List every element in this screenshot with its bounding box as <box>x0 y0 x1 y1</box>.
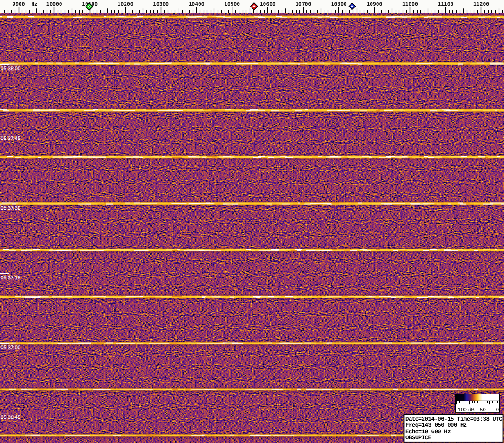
svg-text:Echo=10 600 Hz: Echo=10 600 Hz <box>405 429 451 435</box>
svg-text:-100 dB: -100 dB <box>456 407 475 413</box>
svg-text:10600: 10600 <box>260 2 276 7</box>
svg-text:05:37:00: 05:37:00 <box>1 345 20 350</box>
svg-text:10400: 10400 <box>189 2 205 7</box>
svg-text:05:37:30: 05:37:30 <box>1 205 20 211</box>
svg-text:OBSUPICE: OBSUPICE <box>405 435 431 441</box>
svg-text:10900: 10900 <box>366 2 382 7</box>
svg-text:05:38:00: 05:38:00 <box>1 66 20 72</box>
svg-text:10300: 10300 <box>153 2 169 7</box>
svg-text:10200: 10200 <box>118 2 133 7</box>
svg-text:11000: 11000 <box>402 2 418 7</box>
svg-text:Date=2014-06-15 Time=03:38 UTC: Date=2014-06-15 Time=03:38 UTC <box>405 416 503 423</box>
svg-text:11100: 11100 <box>438 2 453 7</box>
svg-text:9900 Hz: 9900 Hz <box>13 2 38 7</box>
svg-text:-50: -50 <box>478 407 485 413</box>
svg-text:11200: 11200 <box>473 2 489 7</box>
svg-text:10700: 10700 <box>295 2 311 7</box>
svg-text:05:36:45: 05:36:45 <box>1 415 20 420</box>
svg-text:Freq=143 050 000 Hz: Freq=143 050 000 Hz <box>405 422 467 429</box>
svg-text:10000: 10000 <box>46 2 62 7</box>
svg-text:10500: 10500 <box>224 2 240 7</box>
svg-text:0: 0 <box>496 407 499 413</box>
svg-text:05:37:15: 05:37:15 <box>1 275 20 281</box>
svg-text:05:37:45: 05:37:45 <box>1 136 20 141</box>
svg-text:10800: 10800 <box>331 2 347 7</box>
